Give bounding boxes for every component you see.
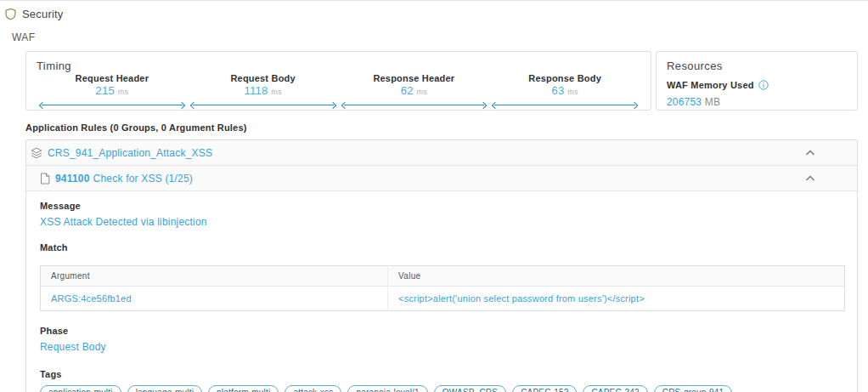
summary-cards: Timing Request Header 215 ms Request Bod…: [25, 51, 858, 111]
timing-card: Timing Request Header 215 ms Request Bod…: [25, 51, 651, 111]
match-label: Match: [40, 242, 845, 253]
segment-value: 63: [552, 84, 565, 97]
tag-pill: OWASP_CRS: [434, 385, 506, 392]
tag-pill: language-multi: [127, 385, 202, 392]
timing-span-arrow: [492, 102, 638, 108]
segment-value: 62: [401, 84, 414, 97]
timing-title: Timing: [37, 60, 640, 72]
page-title: Security: [22, 8, 64, 20]
match-value-cell: <script>alert('union select password fro…: [388, 287, 845, 311]
message-label: Message: [40, 201, 845, 211]
timing-segment-request-header: Request Header 215 ms: [37, 73, 188, 108]
resources-card: Resources WAF Memory Used 206753 MB: [656, 51, 858, 111]
rule-group-row-top[interactable]: CRS_941_Application_Attack_XSS: [26, 140, 857, 166]
segment-unit: ms: [567, 88, 578, 96]
layers-icon: [31, 147, 42, 159]
phase-label: Phase: [40, 326, 845, 336]
segment-unit: ms: [417, 88, 427, 96]
rule-title-link[interactable]: Check for XSS (1/25): [93, 173, 193, 185]
resources-title: Resources: [667, 60, 847, 72]
tag-pill: platform-multi: [208, 385, 279, 392]
rule-group-link[interactable]: CRS_941_Application_Attack_XSS: [48, 147, 212, 159]
segment-label: Request Body: [188, 73, 339, 83]
match-argument-cell[interactable]: ARGS:4ce56fb1ed: [41, 287, 388, 311]
match-table-row: ARGS:4ce56fb1ed <script>alert('union sel…: [41, 287, 845, 311]
waf-section-label: WAF: [12, 31, 868, 43]
message-value[interactable]: XSS Attack Detected via libinjection: [40, 216, 845, 228]
match-table: Argument Value ARGS:4ce56fb1ed <script>a…: [40, 265, 845, 311]
timing-segment-response-body: Response Body 63 ms: [489, 73, 640, 108]
tag-pill: paranoia-level/1: [347, 385, 427, 392]
application-rules-summary: Application Rules (0 Groups, 0 Argument …: [25, 122, 868, 133]
rule-id-link[interactable]: 941100: [55, 173, 90, 185]
match-column-value: Value: [388, 266, 845, 287]
match-block: Match Argument Value ARGS:4ce56fb1ed <sc…: [40, 242, 845, 311]
timing-segments: Request Header 215 ms Request Body 1118 …: [37, 73, 640, 108]
tag-pill: attack-xss: [285, 385, 341, 392]
waf-memory-value: 206753 MB: [667, 96, 847, 108]
tag-pill: CRS-group-941: [654, 385, 733, 392]
waf-rules-accordion: CRS_941_Application_Attack_XSS 941100 Ch…: [25, 139, 858, 392]
waf-memory-number: 206753: [667, 96, 702, 108]
timing-segment-response-header: Response Header 62 ms: [339, 73, 490, 108]
segment-label: Response Body: [489, 73, 640, 83]
segment-label: Request Header: [37, 73, 188, 83]
segment-value: 1118: [245, 84, 268, 97]
segment-unit: ms: [271, 88, 281, 96]
rule-row-941100[interactable]: 941100 Check for XSS (1/25): [26, 166, 857, 191]
document-icon: [40, 173, 50, 185]
segment-unit: ms: [118, 88, 128, 96]
info-icon[interactable]: [758, 80, 769, 90]
rule-detail-panel: Message XSS Attack Detected via libinjec…: [26, 191, 857, 392]
timing-segment-request-body: Request Body 1118 ms: [188, 73, 339, 108]
phase-value: Request Body: [40, 341, 845, 353]
tag-pill: CAPEC-242: [583, 385, 647, 392]
phase-block: Phase Request Body: [40, 326, 845, 353]
message-block: Message XSS Attack Detected via libinjec…: [40, 201, 845, 228]
tag-pill: CAPEC-152: [512, 385, 577, 392]
timing-span-arrow: [341, 102, 488, 108]
chevron-up-icon[interactable]: [804, 149, 816, 156]
tag-pill: application-multi: [40, 385, 121, 392]
waf-memory-label: WAF Memory Used: [667, 80, 754, 90]
timing-span-arrow: [39, 102, 185, 108]
chevron-up-icon[interactable]: [804, 174, 816, 182]
tags-list: application-multi language-multi platfor…: [40, 385, 845, 392]
tags-label: Tags: [40, 369, 845, 379]
segment-label: Response Header: [339, 73, 490, 83]
segment-value: 215: [96, 84, 115, 97]
page-header: Security: [0, 1, 868, 20]
timing-span-arrow: [190, 102, 336, 108]
match-column-argument: Argument: [41, 266, 388, 287]
waf-memory-unit: MB: [705, 96, 720, 108]
tags-block: Tags application-multi language-multi pl…: [40, 369, 845, 392]
security-shield-icon: [4, 8, 17, 20]
